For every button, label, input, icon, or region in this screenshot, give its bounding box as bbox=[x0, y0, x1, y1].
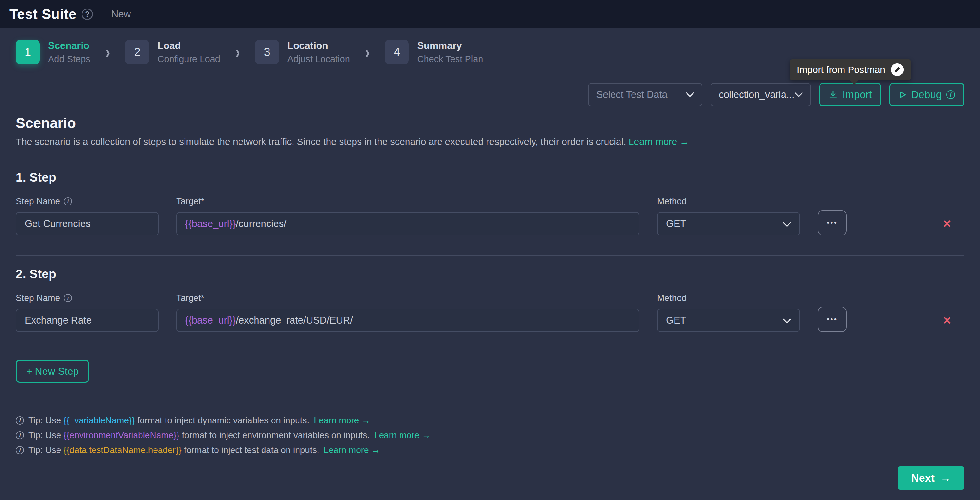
select-test-data-placeholder: Select Test Data bbox=[596, 89, 667, 100]
tip-variable: {{data.testDataName.header}} bbox=[64, 445, 181, 455]
info-icon: i bbox=[16, 431, 24, 440]
next-button-label: Next bbox=[911, 472, 934, 484]
target-input[interactable]: {{base_url}}/exchange_rate/USD/EUR/ bbox=[176, 309, 640, 332]
chevron-right-icon: › bbox=[365, 42, 370, 62]
step-title: Location bbox=[287, 40, 350, 51]
step-name-input[interactable] bbox=[16, 212, 159, 235]
chevron-down-icon bbox=[783, 218, 791, 230]
stepper-item-summary[interactable]: 4 Summary Check Test Plan bbox=[385, 40, 483, 64]
tip-variable: {{_variableName}} bbox=[64, 416, 135, 425]
step-title: Scenario bbox=[48, 40, 91, 51]
next-button[interactable]: Next → bbox=[898, 466, 964, 490]
info-icon: i bbox=[16, 446, 24, 454]
method-label: Method bbox=[657, 196, 800, 206]
step-number-badge: 1 bbox=[16, 40, 40, 64]
scenario-toolbar: Import from Postman Select Test Data col… bbox=[16, 83, 964, 107]
info-icon[interactable]: i bbox=[64, 294, 72, 302]
target-label-text: Target* bbox=[176, 293, 204, 303]
method-label-text: Method bbox=[657, 196, 687, 206]
download-icon bbox=[828, 90, 838, 100]
scenario-learn-more-link[interactable]: Learn more → bbox=[629, 137, 689, 147]
step-subtitle: Configure Load bbox=[158, 54, 220, 64]
scenario-description: The scenario is a collection of steps to… bbox=[16, 137, 964, 147]
chevron-right-icon: › bbox=[235, 42, 240, 62]
import-button[interactable]: Import bbox=[819, 83, 881, 106]
main-content: 1 Scenario Add Steps › 2 Load Configure … bbox=[0, 40, 980, 490]
tip-learn-more-link[interactable]: Learn more → bbox=[374, 430, 431, 440]
step-number-badge: 4 bbox=[385, 40, 409, 64]
step-name-label: Step Name i bbox=[16, 293, 159, 303]
method-dropdown[interactable]: GET bbox=[657, 212, 800, 235]
step-number-badge: 2 bbox=[125, 40, 149, 64]
target-label: Target* bbox=[176, 196, 640, 206]
debug-button[interactable]: Debug i bbox=[889, 83, 964, 106]
target-variable: {{base_url}} bbox=[185, 315, 236, 326]
tip-test-data: i Tip: Use {{data.testDataName.header}} … bbox=[16, 445, 964, 455]
scenario-section-title: Scenario bbox=[16, 115, 964, 131]
remove-step-button[interactable]: ✕ bbox=[943, 212, 964, 235]
tip-dynamic-variables: i Tip: Use {{_variableName}} format to i… bbox=[16, 416, 964, 425]
tip-environment-variables: i Tip: Use {{environmentVariableName}} f… bbox=[16, 430, 964, 440]
tips-section: i Tip: Use {{_variableName}} format to i… bbox=[16, 416, 964, 455]
tip-learn-more-link[interactable]: Learn more → bbox=[314, 416, 370, 425]
stepper-item-location[interactable]: 3 Location Adjust Location bbox=[255, 40, 350, 64]
target-path: /currencies/ bbox=[236, 218, 286, 230]
step-name-input[interactable] bbox=[16, 309, 159, 332]
postman-icon bbox=[890, 63, 904, 77]
step-2-heading: 2. Step bbox=[16, 267, 964, 281]
tip-learn-more-link[interactable]: Learn more → bbox=[323, 445, 380, 455]
step-2-fields: Step Name i Target* {{base_url}}/exchang… bbox=[16, 293, 964, 332]
step-options-button[interactable]: ••• bbox=[818, 307, 847, 332]
chevron-down-icon bbox=[783, 315, 791, 326]
step-name-label: Step Name i bbox=[16, 196, 159, 206]
target-label: Target* bbox=[176, 293, 640, 303]
stepper-item-scenario[interactable]: 1 Scenario Add Steps bbox=[16, 40, 91, 64]
environment-value: collection_varia... bbox=[719, 89, 795, 100]
step-subtitle: Add Steps bbox=[48, 54, 91, 64]
step-1-fields: Step Name i Target* {{base_url}}/currenc… bbox=[16, 196, 964, 235]
target-path: /exchange_rate/USD/EUR/ bbox=[236, 315, 353, 326]
tip-text: Tip: Use {{environmentVariableName}} for… bbox=[29, 430, 370, 440]
debug-info-icon[interactable]: i bbox=[946, 90, 955, 99]
tip-text: Tip: Use {{data.testDataName.header}} fo… bbox=[29, 445, 319, 455]
step-number-badge: 3 bbox=[255, 40, 279, 64]
step-title: Summary bbox=[417, 40, 483, 51]
tooltip-label: Import from Postman bbox=[797, 64, 885, 75]
section-divider bbox=[16, 255, 964, 256]
step-1-heading: 1. Step bbox=[16, 170, 964, 184]
step-subtitle: Check Test Plan bbox=[417, 54, 483, 64]
info-icon: i bbox=[16, 416, 24, 425]
step-options-button[interactable]: ••• bbox=[818, 210, 847, 235]
step-name-label-text: Step Name bbox=[16, 196, 60, 206]
tip-text: Tip: Use {{_variableName}} format to inj… bbox=[29, 416, 309, 425]
help-icon[interactable]: ? bbox=[81, 8, 93, 20]
method-dropdown[interactable]: GET bbox=[657, 309, 800, 332]
method-label-text: Method bbox=[657, 293, 687, 303]
tip-variable: {{environmentVariableName}} bbox=[64, 430, 180, 440]
target-variable: {{base_url}} bbox=[185, 218, 236, 230]
method-label: Method bbox=[657, 293, 800, 303]
step-name-label-text: Step Name bbox=[16, 293, 60, 303]
target-input[interactable]: {{base_url}}/currencies/ bbox=[176, 212, 640, 235]
debug-button-label: Debug bbox=[911, 89, 942, 101]
new-step-button[interactable]: + New Step bbox=[16, 360, 89, 383]
step-title: Load bbox=[158, 40, 220, 51]
arrow-right-icon: → bbox=[940, 472, 951, 484]
breadcrumb-current: New bbox=[111, 8, 131, 20]
app-header: Test Suite ? New bbox=[0, 0, 980, 29]
method-value: GET bbox=[666, 218, 686, 230]
select-test-data-dropdown[interactable]: Select Test Data bbox=[588, 83, 702, 106]
stepper-item-load[interactable]: 2 Load Configure Load bbox=[125, 40, 220, 64]
chevron-down-icon bbox=[795, 92, 803, 97]
page-title: Test Suite bbox=[10, 6, 76, 22]
environment-dropdown[interactable]: collection_varia... bbox=[711, 83, 811, 106]
method-value: GET bbox=[666, 315, 686, 326]
scenario-description-text: The scenario is a collection of steps to… bbox=[16, 137, 629, 147]
footer-actions: Next → bbox=[16, 466, 964, 490]
chevron-right-icon: › bbox=[105, 42, 110, 62]
chevron-down-icon bbox=[686, 92, 694, 97]
info-icon[interactable]: i bbox=[64, 197, 72, 205]
import-from-postman-tooltip: Import from Postman bbox=[790, 59, 911, 80]
remove-step-button[interactable]: ✕ bbox=[943, 309, 964, 332]
import-button-label: Import bbox=[842, 89, 872, 101]
